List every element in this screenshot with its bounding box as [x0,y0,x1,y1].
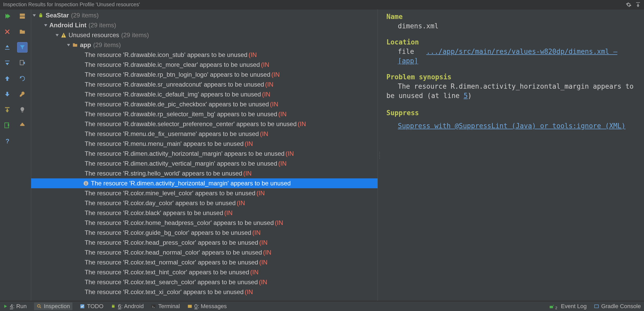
info-icon [83,180,89,186]
tree-row[interactable]: The resource 'R.drawable.rp_btn_login_lo… [31,70,378,80]
tree-row[interactable]: Android Lint(29 items) [31,20,378,30]
rerun-icon[interactable] [2,11,12,21]
tree-row[interactable]: The resource 'R.drawable.rp_selector_ite… [31,109,378,119]
tab-gradle[interactable]: Gradle Console [594,303,641,310]
chevron-down-icon [44,24,47,27]
svg-point-6 [40,14,40,14]
profile-icon[interactable] [17,120,28,131]
group-icon[interactable] [17,11,28,21]
svg-point-7 [41,14,42,14]
collapse-up-icon[interactable] [2,58,12,68]
tree-row[interactable]: app(29 items) [31,40,378,50]
location-prefix: file [398,48,414,55]
svg-point-15 [112,304,113,305]
folder-icon [72,42,78,48]
gear-icon[interactable] [626,2,632,8]
prev-icon[interactable] [2,73,12,84]
suppress-label: Suppress [386,108,639,118]
svg-rect-8 [63,34,64,36]
tree-row[interactable]: The resource 'R.drawable.ic_default_img'… [31,89,378,99]
android-icon [38,12,44,18]
tree-row[interactable]: The resource 'R.color.text_normal_color'… [31,257,378,267]
tab-run[interactable]: 4: Run [3,303,27,310]
svg-text:?: ? [6,138,10,144]
tree-row[interactable]: The resource 'R.color.head_normal_color'… [31,248,378,257]
tree-row[interactable]: The resource 'R.drawable.icon_stub' appe… [31,50,378,60]
tree-row[interactable]: The resource 'R.drawable.de_pic_checkbox… [31,99,378,109]
tree-row[interactable]: The resource 'R.color.guide_bg_color' ap… [31,228,378,238]
detail-panel: Name dimens.xml Location file .../app/sr… [382,9,644,301]
tree-row[interactable]: The resource 'R.drawable.ic_more_clear' … [31,60,378,70]
tree-row[interactable]: Unused resources(29 items) [31,30,378,40]
tree-row[interactable]: The resource 'R.drawable.selector_prefer… [31,119,378,129]
tree-row[interactable]: The resource 'R.drawable.sr_unreadconut'… [31,80,378,89]
tree-row[interactable]: The resource 'R.color.home_headpress_col… [31,218,378,228]
svg-rect-2 [20,14,25,16]
run-label-u: 4 [10,303,13,309]
hide-icon[interactable] [635,2,641,8]
svg-rect-11 [86,183,86,185]
group-folder-icon[interactable] [17,27,28,37]
open-icon[interactable] [2,120,12,131]
filter-icon[interactable] [17,42,28,53]
problem-label: Problem synopsis [386,72,639,82]
tree-row[interactable]: The resource 'R.color.black' appears to … [31,208,378,218]
file-link[interactable]: .../app/src/main/res/values-w820dp/dimen… [398,48,617,65]
statusbar: 4: Run Inspection TODO 6: Android Termin… [0,301,644,311]
tree-row[interactable]: The resource 'R.color.head_press_color' … [31,238,378,248]
problem-text-post: ) [468,92,472,100]
tree-row[interactable]: The resource 'R.string.hello_world' appe… [31,169,378,178]
chevron-down-icon [67,44,70,46]
svg-point-13 [37,304,40,307]
svg-rect-4 [20,60,23,65]
name-value: dimens.xml [386,21,639,31]
tab-todo[interactable]: TODO [80,303,103,310]
tab-eventlog[interactable]: 2 Event Log [549,303,587,310]
suppress-link[interactable]: Suppress with @SuppressLint (Java) or to… [398,122,626,130]
tree-row[interactable]: The resource 'R.color.mine_level_color' … [31,188,378,198]
gradle-label: Gradle Console [601,303,641,310]
refresh-icon[interactable] [17,73,28,84]
svg-rect-19 [595,305,599,308]
help-icon[interactable]: ? [2,136,12,146]
chevron-down-icon [56,34,59,36]
toolbar-gutter: ? [0,9,31,301]
tree-row[interactable]: The resource 'R.color.day_color' appears… [31,198,378,208]
inspection-tree[interactable]: SeaStar(29 items)Android Lint(29 items)U… [31,9,378,301]
splitter[interactable]: ····· [378,9,382,301]
svg-rect-18 [188,305,192,308]
tree-row[interactable]: The resource 'R.dimen.activity_horizonta… [31,149,378,159]
location-label: Location [386,37,639,47]
tree-row[interactable]: The resource 'R.dimen.activity_horizonta… [31,178,378,188]
svg-rect-9 [63,37,64,37]
tree-row[interactable]: The resource 'R.menu.de_fix_username' ap… [31,129,378,139]
close-icon[interactable] [2,27,12,37]
chevron-down-icon [33,14,36,17]
next-icon[interactable] [2,89,12,99]
export-icon[interactable] [2,105,12,115]
expand-down-icon[interactable] [2,42,12,53]
tab-terminal[interactable]: Terminal [151,303,180,310]
title-text: Inspection Results for Inspection Profil… [3,2,140,8]
titlebar: Inspection Results for Inspection Profil… [0,0,644,9]
tree-row[interactable]: The resource 'R.color.text_xi_color' app… [31,287,378,297]
warning-icon [61,32,66,38]
svg-rect-3 [20,16,25,19]
tab-android[interactable]: 6: Android [111,303,144,310]
todo-label: TODO [87,303,103,310]
terminal-label: Terminal [158,303,180,310]
svg-point-16 [113,304,114,305]
eventlog-label: Event Log [561,303,587,310]
svg-point-5 [22,123,23,125]
tree-row[interactable]: The resource 'R.color.text_search_color'… [31,277,378,287]
tree-row[interactable]: SeaStar(29 items) [31,10,378,20]
tab-messages[interactable]: 0: Messages [187,303,227,310]
autoscroll-icon[interactable] [17,58,28,68]
bulb-icon[interactable] [17,105,28,115]
line-link[interactable]: 5 [464,92,468,100]
tab-inspection[interactable]: Inspection [34,302,72,310]
tree-row[interactable]: The resource 'R.dimen.activity_vertical_… [31,159,378,169]
tree-row[interactable]: The resource 'R.color.text_hint_color' a… [31,267,378,277]
tree-row[interactable]: The resource 'R.menu.menu_main' appears … [31,139,378,149]
fix-icon[interactable] [17,89,28,99]
